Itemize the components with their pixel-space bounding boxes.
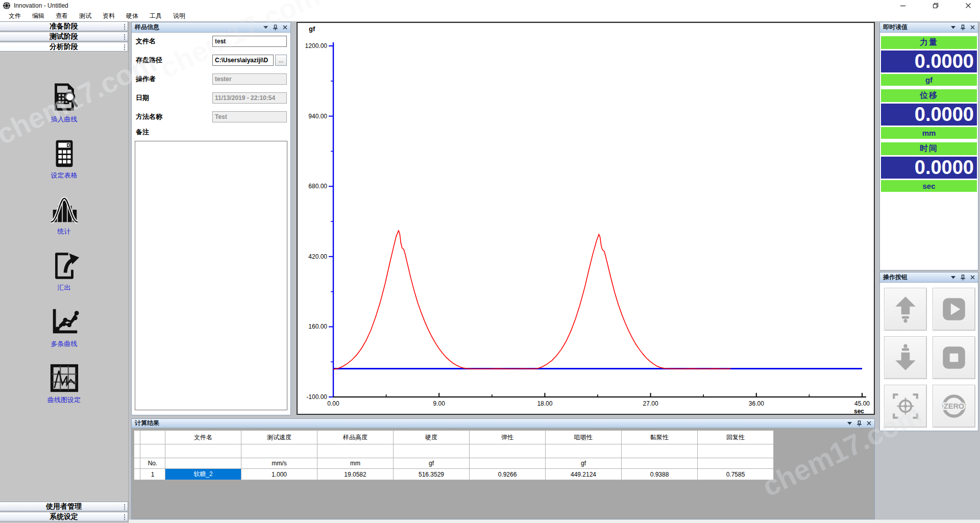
data-cell[interactable]: 0.7585: [698, 469, 774, 480]
blank-cell: [317, 444, 394, 458]
pin-icon[interactable]: [960, 275, 966, 281]
force-unit-label: gf: [881, 74, 977, 86]
data-cell[interactable]: 449.2124: [546, 469, 622, 480]
pin-icon[interactable]: [960, 24, 966, 31]
date-row: 日期: [136, 92, 287, 104]
data-cell[interactable]: 516.3529: [394, 469, 470, 480]
chevron-down-icon[interactable]: [951, 276, 955, 279]
data-cell[interactable]: 软糖_2: [165, 469, 241, 480]
x-axis-unit-label: sec: [854, 408, 864, 414]
grip-dots-icon: [124, 44, 126, 51]
row-selector-header: [134, 431, 140, 444]
live-readings-body: 力量 0.0000 gf 位移 0.0000 mm 时间 0.0000 sec: [880, 33, 978, 192]
column-header: 硬度: [394, 431, 470, 444]
close-icon[interactable]: [970, 25, 975, 30]
close-icon[interactable]: [970, 275, 975, 280]
data-cell[interactable]: 0.9266: [470, 469, 546, 480]
x-tick-label: 0.00: [327, 400, 339, 407]
sidebar-item-analysis-stage[interactable]: 分析阶段: [0, 42, 128, 52]
stop-button[interactable]: [933, 336, 975, 379]
unit-cell: [470, 458, 546, 469]
unit-cell: gf: [546, 458, 622, 469]
grip-dots-icon: [124, 34, 126, 40]
menu-test[interactable]: 测试: [74, 12, 97, 20]
blank-cell: [470, 444, 546, 458]
pin-icon[interactable]: [273, 24, 278, 31]
unit-cell: [165, 458, 241, 469]
tool-statistics[interactable]: 统计: [48, 194, 80, 250]
data-cell[interactable]: 0.9388: [622, 469, 698, 480]
window-controls: [899, 2, 980, 9]
browse-button[interactable]: ...: [275, 55, 287, 66]
calculator-icon: [48, 138, 80, 169]
x-tick-label: 45.00: [854, 400, 870, 407]
tool-table-setup[interactable]: 设定表格: [48, 138, 80, 194]
unit-cell: [698, 458, 774, 469]
tool-export[interactable]: 汇出: [48, 250, 80, 306]
menu-bar: 文件 编辑 查看 测试 资料 硬体 工具 说明: [0, 11, 980, 21]
title-bar: Innovation - Untitled: [0, 0, 980, 11]
time-name-label: 时间: [881, 142, 977, 155]
menu-data[interactable]: 资料: [97, 12, 120, 20]
column-header: 弹性: [470, 431, 546, 444]
sidebar: 准备阶段 测试阶段 分析阶段 插入曲线: [0, 21, 129, 523]
column-header: 样品高度: [317, 431, 394, 444]
restore-button[interactable]: [932, 2, 939, 9]
blank-cell: [698, 444, 774, 458]
probe-down-button[interactable]: [884, 336, 927, 379]
sidebar-item-system-settings[interactable]: 系统设定: [0, 512, 128, 521]
menu-help[interactable]: 说明: [167, 12, 191, 20]
tool-label: 曲线图设定: [47, 395, 81, 405]
blank-cell: [622, 444, 698, 458]
pin-icon[interactable]: [856, 420, 862, 427]
menu-tools[interactable]: 工具: [144, 12, 167, 20]
tool-multi-curve[interactable]: 多条曲线: [48, 306, 80, 362]
sidebar-item-test-stage[interactable]: 测试阶段: [0, 32, 128, 41]
app-icon: [3, 2, 11, 10]
x-tick-label: 18.00: [537, 400, 552, 407]
data-cell[interactable]: 1.000: [241, 469, 317, 480]
menu-hardware[interactable]: 硬体: [120, 12, 144, 20]
minimize-button[interactable]: [899, 2, 906, 9]
column-header: 咀嚼性: [546, 431, 622, 444]
menu-view[interactable]: 查看: [50, 12, 74, 20]
row-number-cell[interactable]: 1: [140, 469, 165, 480]
panel-title: 样品信息: [135, 23, 159, 32]
displacement-name-label: 位移: [881, 89, 977, 102]
data-cell[interactable]: 19.0582: [317, 469, 394, 480]
live-readings-header: 即时读值: [880, 22, 978, 33]
sidebar-item-user-management[interactable]: 使用者管理: [0, 502, 128, 511]
probe-up-button[interactable]: [884, 288, 927, 331]
results-panel: 计算结果 文件名测试速度样品高度硬度弹性咀嚼性黏聚性回复性No.mm/smmgf…: [131, 418, 875, 519]
run-button[interactable]: [933, 288, 975, 331]
zero-button[interactable]: ZERO: [933, 385, 975, 428]
tool-insert-curve[interactable]: 插入曲线: [48, 82, 80, 138]
stage-label: 准备阶段: [50, 22, 78, 31]
no-column-header: [140, 431, 165, 444]
probe-down-icon: [891, 343, 920, 372]
menu-file[interactable]: 文件: [3, 12, 27, 20]
x-tick-label: 27.00: [643, 400, 658, 407]
displacement-unit-label: mm: [881, 127, 977, 139]
force-time-chart: gfsec1200.00940.00680.00420.00160.00-100…: [298, 23, 874, 414]
operator-row: 操作者: [136, 73, 287, 85]
blank-cell: [134, 444, 140, 458]
close-icon[interactable]: [283, 25, 287, 30]
time-value: 0.0000: [881, 157, 977, 179]
unit-cell: gf: [394, 458, 470, 469]
save-path-input[interactable]: [212, 55, 274, 66]
filename-input[interactable]: [212, 36, 287, 47]
tool-chart-settings[interactable]: 曲线图设定: [47, 362, 81, 418]
target-position-button[interactable]: [884, 385, 927, 428]
blank-cell: [140, 444, 165, 458]
row-selector-cell[interactable]: [134, 469, 140, 480]
remark-textarea[interactable]: [135, 141, 287, 410]
menu-edit[interactable]: 编辑: [27, 12, 50, 20]
chevron-down-icon[interactable]: [951, 26, 955, 29]
sidebar-item-prepare-stage[interactable]: 准备阶段: [0, 21, 128, 31]
chevron-down-icon[interactable]: [263, 26, 268, 29]
date-input: [212, 92, 287, 104]
chevron-down-icon[interactable]: [847, 422, 852, 425]
close-icon[interactable]: [867, 421, 871, 426]
close-button[interactable]: [965, 2, 972, 9]
